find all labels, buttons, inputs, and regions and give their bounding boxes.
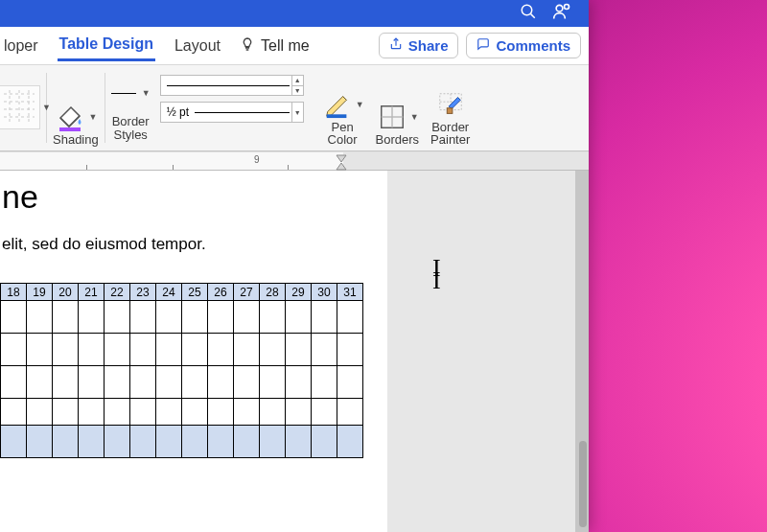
word-window: loper Table Design Layout Tell me Share <box>0 0 589 532</box>
svg-point-2 <box>556 5 563 12</box>
table-header-cell[interactable]: 19 <box>27 284 53 301</box>
svg-point-0 <box>522 5 532 15</box>
share-label: Share <box>408 37 449 54</box>
table-header-cell[interactable]: 24 <box>156 284 182 301</box>
bucket-icon <box>54 101 86 133</box>
tell-me-search[interactable]: Tell me <box>240 36 310 56</box>
page-right-margin <box>387 171 575 532</box>
borders-label: Borders <box>376 133 420 147</box>
account-presence-icon[interactable] <box>552 2 571 25</box>
line-weight-value: ½ pt <box>167 105 189 119</box>
border-painter-group: Border Painter <box>425 65 476 150</box>
share-icon <box>389 37 403 54</box>
table-header-cell[interactable]: 26 <box>208 284 234 301</box>
search-icon[interactable] <box>520 3 537 24</box>
heading-fragment[interactable]: ne <box>0 171 387 216</box>
table-row[interactable] <box>1 301 363 334</box>
pen-color-group: ▼ Pen Color <box>315 65 370 150</box>
chevron-down-icon: ▼ <box>410 112 419 122</box>
horizontal-ruler[interactable]: 9 <box>0 151 589 171</box>
table-style-gallery-button[interactable]: ▼ <box>0 85 40 129</box>
svg-rect-11 <box>59 127 81 131</box>
tab-layout[interactable]: Layout <box>173 32 222 60</box>
table-styles-partial: ▼ <box>0 65 46 150</box>
borders-grid-icon <box>376 101 408 133</box>
line-weight-dropdown[interactable]: ½ pt ▼ <box>160 102 304 123</box>
svg-point-3 <box>565 5 569 10</box>
table-header-cell[interactable]: 27 <box>234 284 260 301</box>
table-header-cell[interactable]: 21 <box>79 284 105 301</box>
table-header-cell[interactable]: 18 <box>1 284 27 301</box>
comments-label: Comments <box>496 37 570 54</box>
shading-label: Shading <box>53 133 99 147</box>
vertical-scrollbar[interactable] <box>579 441 587 527</box>
table-header-cell[interactable]: 22 <box>105 284 130 301</box>
chevron-down-icon: ▼ <box>142 88 151 98</box>
body-text-fragment[interactable]: elit, sed do eiusmod tempor. <box>0 216 387 254</box>
spinner-down-icon[interactable]: ▼ <box>291 86 303 96</box>
ruler-margin-shade <box>343 152 589 170</box>
table-header-cell[interactable]: 31 <box>337 284 363 301</box>
line-style-dropdown[interactable]: ▲ ▼ <box>160 75 304 96</box>
pen-color-button[interactable]: ▼ Pen Color <box>321 88 364 147</box>
tab-developer-partial[interactable]: loper <box>2 32 40 60</box>
ribbon-tabs-row: loper Table Design Layout Tell me Share <box>0 27 589 65</box>
table-row[interactable] <box>1 334 363 366</box>
share-button[interactable]: Share <box>379 33 459 58</box>
table-header-cell[interactable]: 30 <box>312 284 337 301</box>
lightbulb-icon <box>240 36 255 56</box>
page[interactable]: ne elit, sed do eiusmod tempor. 18 19 20… <box>0 171 387 532</box>
shading-button[interactable]: ▼ Shading <box>53 101 99 147</box>
svg-rect-12 <box>326 114 346 118</box>
table-header-cell[interactable]: 28 <box>260 284 286 301</box>
table-row[interactable] <box>1 426 363 458</box>
table-header-cell[interactable]: 25 <box>182 284 208 301</box>
shading-group: ▼ Shading <box>47 65 105 150</box>
document-viewport[interactable]: ne elit, sed do eiusmod tempor. 18 19 20… <box>0 171 589 532</box>
table-header-row: 18 19 20 21 22 23 24 25 26 27 28 29 30 3… <box>1 284 363 301</box>
chevron-down-icon: ▼ <box>88 112 97 122</box>
table-header-cell[interactable]: 20 <box>53 284 79 301</box>
borders-group: ▼ Borders <box>370 65 426 150</box>
ruler-number: 9 <box>254 154 260 165</box>
comments-button[interactable]: Comments <box>466 33 581 58</box>
calendar-table[interactable]: 18 19 20 21 22 23 24 25 26 27 28 29 30 3… <box>0 283 363 458</box>
tab-table-design[interactable]: Table Design <box>58 30 155 61</box>
table-row[interactable] <box>1 366 363 399</box>
border-painter-button[interactable]: Border Painter <box>430 88 470 147</box>
chevron-down-icon[interactable]: ▼ <box>291 103 303 122</box>
border-styles-button[interactable]: ▼ Border Styles <box>111 71 151 141</box>
comments-icon <box>476 37 490 54</box>
border-painter-label: Border Painter <box>430 121 470 147</box>
line-style-preview <box>111 93 136 94</box>
svg-marker-21 <box>337 163 346 170</box>
table-header-cell[interactable]: 23 <box>130 284 156 301</box>
svg-marker-20 <box>337 155 346 162</box>
title-bar <box>0 0 589 27</box>
spinner-up-icon[interactable]: ▲ <box>291 76 303 86</box>
table-row[interactable] <box>1 399 363 426</box>
border-styles-label: Border Styles <box>112 115 150 141</box>
chevron-down-icon: ▼ <box>42 103 51 112</box>
tell-me-label: Tell me <box>261 37 310 55</box>
pen-color-label: Pen Color <box>328 121 358 147</box>
pen-icon <box>321 88 354 121</box>
borders-button[interactable]: ▼ Borders <box>376 101 420 147</box>
paintbrush-icon <box>434 88 467 121</box>
chevron-down-icon: ▼ <box>356 100 364 109</box>
svg-line-1 <box>531 14 535 18</box>
svg-rect-19 <box>447 107 453 113</box>
ribbon: ▼ ▼ Shading <box>0 65 589 151</box>
table-header-cell[interactable]: 29 <box>286 284 312 301</box>
border-styles-group: ▼ Border Styles ▲ ▼ ½ pt ▼ <box>105 65 315 150</box>
